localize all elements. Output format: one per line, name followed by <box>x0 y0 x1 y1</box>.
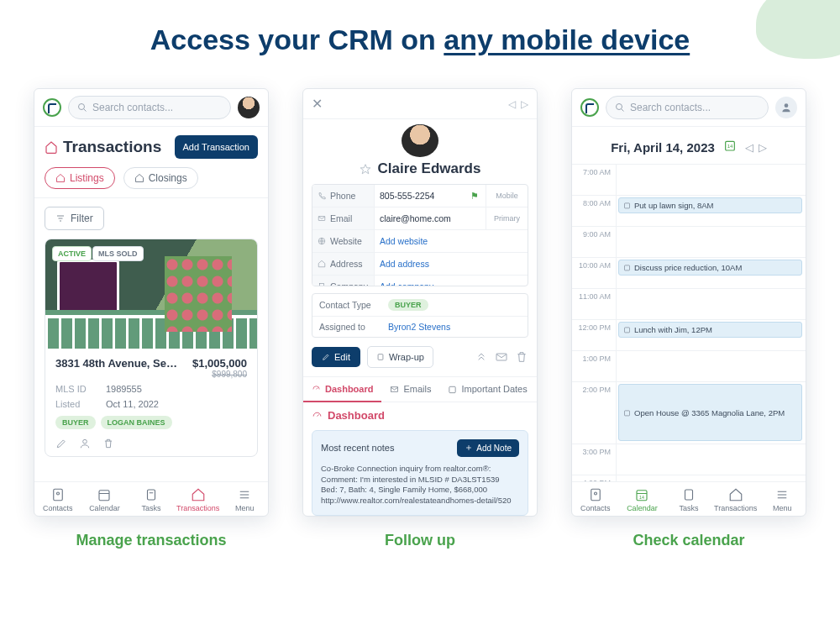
field-website[interactable]: Website Add website <box>312 230 528 253</box>
user-avatar[interactable] <box>775 97 797 118</box>
svg-text:14: 14 <box>727 144 732 149</box>
svg-line-27 <box>622 109 624 112</box>
event-12pm[interactable]: Lunch with Jim, 12PM <box>618 322 802 338</box>
calendar-date: Fri, April 14, 2023 <box>611 140 715 155</box>
app-logo-icon <box>580 98 599 117</box>
edit-icon[interactable] <box>55 438 67 449</box>
dashboard-heading: Dashboard <box>303 402 537 425</box>
svg-point-36 <box>594 492 596 495</box>
tab-dashboard[interactable]: Dashboard <box>303 377 381 402</box>
svg-point-28 <box>785 103 789 108</box>
svg-rect-16 <box>318 217 325 221</box>
phone-icon <box>318 192 326 200</box>
nav-tasks[interactable]: Tasks <box>128 487 175 512</box>
caption-3: Check calendar <box>633 532 744 549</box>
field-company[interactable]: Company Add company <box>312 276 528 286</box>
nav-contacts[interactable]: Contacts <box>572 487 619 512</box>
nav-calendar[interactable]: Calendar <box>81 487 129 512</box>
calendar-day-icon[interactable]: 14 <box>723 139 737 155</box>
field-assigned-to[interactable]: Assigned toByron2 Stevens <box>312 317 528 337</box>
field-address[interactable]: Address Add address <box>312 253 528 276</box>
caption-1: Manage transactions <box>76 532 226 549</box>
tab-emails[interactable]: Emails <box>381 377 439 402</box>
svg-point-7 <box>56 492 59 495</box>
search-input[interactable]: Search contacts... <box>606 96 769 119</box>
screen-transactions: Search contacts... Transactions Add Tran… <box>34 88 269 517</box>
mail-icon <box>318 214 326 223</box>
calendar-grid[interactable]: 7:00 AM 8:00 AM Put up lawn sign, 8AM 9:… <box>572 165 806 481</box>
nav-menu[interactable]: Menu <box>221 487 268 512</box>
svg-text:14: 14 <box>639 495 644 500</box>
building-icon <box>318 282 326 286</box>
nav-calendar[interactable]: 14Calendar <box>619 487 666 512</box>
contact-name: Claire Edwards <box>303 160 537 177</box>
flag-icon: ⚑ <box>470 191 479 202</box>
next-icon[interactable]: ▷ <box>521 98 528 110</box>
add-note-button[interactable]: Add Note <box>457 439 519 457</box>
nav-menu[interactable]: Menu <box>759 487 806 512</box>
tab-listings[interactable]: Listings <box>45 167 115 189</box>
trash-icon[interactable] <box>515 350 528 364</box>
svg-rect-21 <box>496 354 507 360</box>
event-10am[interactable]: Discuss price reduction, 10AM <box>618 260 802 276</box>
tab-important-dates[interactable]: Important Dates <box>439 377 535 402</box>
filter-icon <box>55 213 66 223</box>
svg-point-5 <box>83 439 87 444</box>
add-transaction-button[interactable]: Add Transaction <box>175 135 259 159</box>
wrapup-button[interactable]: Wrap-up <box>367 346 433 368</box>
tab-closings[interactable]: Closings <box>123 167 198 189</box>
nav-contacts[interactable]: Contacts <box>34 487 81 512</box>
screen-contact: ✕ ◁▷ Claire Edwards Phone 805-555-2254⚑ … <box>302 88 538 517</box>
home-icon <box>45 140 58 154</box>
svg-rect-31 <box>625 203 630 208</box>
svg-point-26 <box>617 104 622 110</box>
nav-transactions[interactable]: Transactions <box>175 487 222 512</box>
search-icon <box>615 102 625 113</box>
prev-icon[interactable]: ◁ <box>508 98 516 110</box>
listing-address: 3831 48th Avenue, Seattl... <box>55 357 181 370</box>
field-phone[interactable]: Phone 805-555-2254⚑ Mobile <box>312 185 528 207</box>
chip-agent: LOGAN BAINES <box>101 416 172 429</box>
field-contact-type[interactable]: Contact TypeBUYER <box>312 294 528 317</box>
svg-line-1 <box>84 109 87 112</box>
action-icon-2[interactable] <box>495 350 508 364</box>
svg-rect-40 <box>685 490 692 500</box>
user-avatar[interactable] <box>238 97 260 118</box>
svg-line-22 <box>317 388 318 390</box>
svg-rect-10 <box>147 490 155 500</box>
prev-day-icon[interactable]: ◁ <box>745 141 753 154</box>
note-body: Co-Broke Connection inquiry from realtor… <box>321 464 519 507</box>
event-8am[interactable]: Put up lawn sign, 8AM <box>618 197 802 213</box>
user-icon[interactable] <box>79 438 91 449</box>
recent-notes-card: Most recent notes Add Note Co-Broke Conn… <box>312 430 528 516</box>
screen-calendar: Search contacts... Fri, April 14, 2023 1… <box>571 88 806 517</box>
badge-mls-sold: MLS SOLD <box>92 246 144 261</box>
caption-2: Follow up <box>385 532 455 549</box>
contact-avatar <box>402 124 438 157</box>
listing-photo: ACTIVE MLS SOLD <box>45 239 257 349</box>
close-icon[interactable]: ✕ <box>312 96 323 112</box>
headline: Access your CRM on any mobile device <box>0 24 840 56</box>
chip-buyer: BUYER <box>55 416 96 429</box>
filter-button[interactable]: Filter <box>45 207 104 230</box>
star-icon[interactable] <box>360 163 371 175</box>
svg-rect-20 <box>378 354 383 360</box>
svg-rect-33 <box>625 328 630 333</box>
edit-button[interactable]: Edit <box>312 347 360 367</box>
action-icon-1[interactable] <box>475 350 488 364</box>
globe-icon <box>318 237 326 245</box>
home-icon <box>318 260 326 268</box>
nav-tasks[interactable]: Tasks <box>665 487 712 512</box>
listing-price: $1,005,000 <box>192 357 247 370</box>
field-email[interactable]: Email claire@home.com Primary <box>312 207 528 230</box>
svg-rect-24 <box>449 386 455 392</box>
listing-card[interactable]: ACTIVE MLS SOLD 3831 48th Avenue, Seattl… <box>45 239 258 457</box>
listing-price-old: $999,800 <box>192 370 247 379</box>
nav-transactions[interactable]: Transactions <box>712 487 759 512</box>
event-2pm[interactable]: Open House @ 3365 Magnolia Lane, 2PM <box>618 384 802 441</box>
page-title: Transactions <box>45 138 161 156</box>
next-day-icon[interactable]: ▷ <box>759 141 767 154</box>
search-input[interactable]: Search contacts... <box>68 96 231 119</box>
badge-active: ACTIVE <box>52 246 92 261</box>
trash-icon[interactable] <box>102 438 114 449</box>
